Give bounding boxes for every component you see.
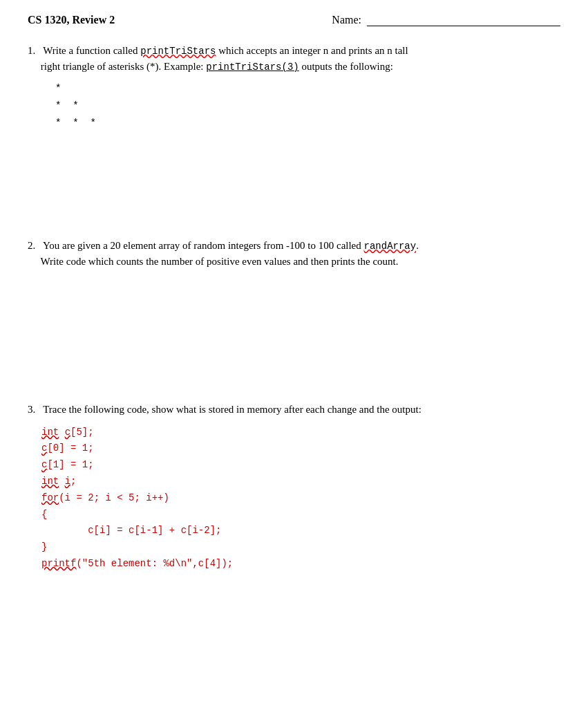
name-label: Name:: [332, 14, 361, 26]
q1-function-name: printTriStars: [140, 46, 216, 57]
code-line-3: c[1] = 1;: [41, 457, 560, 474]
var-i: i: [65, 476, 70, 487]
code-line-2: c[0] = 1;: [41, 440, 560, 457]
kw-int-2: int: [41, 476, 59, 487]
q1-function-call: printTriStars(3): [206, 62, 298, 73]
code-line-9: printf("5th element: %d\n",c[4]);: [41, 556, 560, 572]
brace-open: {: [41, 509, 47, 520]
course-title: CS 1320, Review 2: [28, 14, 115, 26]
question-3: 3. Trace the following code, show what i…: [28, 402, 560, 572]
var-c: c: [65, 427, 70, 438]
code-line-6: {: [41, 507, 560, 523]
question-2: 2. You are given a 20 element array of r…: [28, 238, 560, 270]
code-line-7: c[i] = c[i-1] + c[i-2];: [41, 523, 560, 539]
code-line-1: int c[5];: [41, 425, 560, 441]
question-1: 1. Write a function called printTriStars…: [28, 43, 560, 133]
code-rest-9: ("5th element: %d\n",c[4]);: [76, 558, 233, 569]
q3-code-block: int c[5]; c[0] = 1; c[1] = 1; int i; for…: [41, 425, 560, 572]
q3-text: 3. Trace the following code, show what i…: [28, 402, 560, 418]
body-indent: c[i] = c[i-1] + c[i-2];: [41, 525, 221, 536]
code-rest-4: i;: [59, 476, 76, 487]
q2-array-name: randArray: [364, 241, 417, 252]
page-header: CS 1320, Review 2 Name:: [28, 14, 560, 26]
brace-close: }: [41, 541, 47, 552]
q1-stars-block: * * * * * *: [55, 80, 560, 133]
q1-number: 1. Write a function called: [28, 45, 140, 56]
q1-answer-space: [28, 155, 560, 238]
code-rest-1: c[5];: [59, 427, 93, 438]
code-line-4: int i;: [41, 474, 560, 490]
kw-for: for: [41, 492, 59, 503]
q2-text: 2. You are given a 20 element array of r…: [28, 238, 560, 270]
code-rest-5: (i = 2; i < 5; i++): [59, 492, 169, 503]
code-line-8: }: [41, 539, 560, 556]
star-row-3: * * *: [55, 115, 560, 132]
kw-int-1: int: [41, 427, 59, 438]
name-field: Name:: [332, 14, 560, 26]
name-line: [367, 14, 560, 26]
code-rest-3: [1] = 1;: [47, 459, 93, 470]
q1-text: 1. Write a function called printTriStars…: [28, 43, 560, 75]
code-rest-2: [0] = 1;: [47, 442, 93, 454]
star-row-2: * *: [55, 97, 560, 115]
q3-number: 3. Trace the following code, show what i…: [28, 404, 421, 415]
code-line-5: for(i = 2; i < 5; i++): [41, 490, 560, 507]
kw-printf: printf: [41, 558, 76, 569]
q1-text-after: outputs the following:: [299, 61, 393, 72]
q2-answer-space: [28, 291, 560, 402]
star-row-1: *: [55, 80, 560, 97]
q2-number: 2. You are given a 20 element array of r…: [28, 240, 364, 251]
